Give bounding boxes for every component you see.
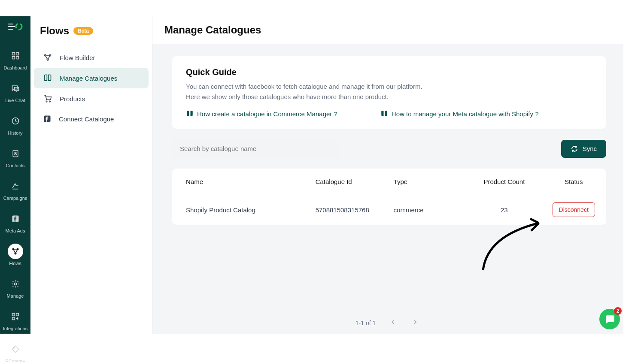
contacts-icon [8, 146, 23, 161]
sidebar-item-connect-catalogue[interactable]: Connect Catalogue [34, 109, 149, 129]
page-title: Manage Catalogues [164, 24, 611, 36]
content-area: Quick Guide You can connect with faceboo… [152, 44, 623, 225]
tag-icon [8, 341, 23, 357]
svg-rect-14 [16, 314, 18, 316]
sidebar-item-label: Connect Catalogue [59, 115, 114, 123]
facebook-icon [43, 115, 51, 123]
disconnect-button[interactable]: Disconnect [553, 202, 595, 217]
nav-integrations[interactable]: Integrations [0, 304, 30, 336]
flows-icon [8, 244, 23, 259]
col-name: Name [172, 169, 316, 195]
svg-point-0 [16, 24, 22, 30]
svg-point-12 [14, 283, 16, 285]
svg-point-10 [17, 248, 18, 250]
sidebar-item-manage-catalogues[interactable]: Manage Catalogues [34, 68, 149, 88]
sync-icon [571, 145, 578, 153]
book-icon [380, 110, 388, 118]
sidebar-item-label: Flow Builder [60, 54, 95, 61]
sidebar-item-flow-builder[interactable]: Flow Builder [34, 47, 149, 68]
toolbar: Sync [172, 139, 606, 158]
sidebar-item-label: Manage Catalogues [60, 75, 117, 82]
campaigns-icon [8, 178, 23, 194]
nav-label: Contacts [6, 163, 24, 168]
svg-rect-4 [16, 57, 18, 59]
svg-rect-2 [16, 53, 18, 55]
sidebar-item-products[interactable]: Products [34, 88, 149, 109]
chat-badge: 2 [614, 307, 622, 315]
sync-button[interactable]: Sync [561, 140, 606, 158]
quick-guide-text1: You can connect with facebook to fetch c… [186, 81, 592, 92]
facebook-icon [8, 211, 23, 226]
nav-flows[interactable]: Flows [0, 238, 30, 271]
nav-history[interactable]: History [0, 108, 30, 141]
svg-rect-13 [12, 314, 15, 316]
nav-dashboard[interactable]: Dashboard [0, 43, 30, 75]
nav-label: Flows [9, 261, 21, 266]
beta-badge: Beta [73, 27, 93, 35]
col-count: Product Count [467, 169, 541, 195]
sync-label: Sync [583, 145, 597, 152]
chevron-right-icon [412, 319, 419, 326]
guide-link-commerce-manager[interactable]: How create a catalogue in Commerce Manag… [186, 110, 337, 118]
chat-bubble-icon [604, 314, 615, 325]
svg-rect-1 [12, 53, 15, 55]
nav-manage[interactable]: Manage [0, 271, 30, 304]
svg-rect-15 [12, 317, 15, 320]
col-status: Status [541, 169, 606, 195]
quick-guide-card: Quick Guide You can connect with faceboo… [172, 56, 606, 129]
cell-count: 23 [467, 195, 541, 225]
nav-contacts[interactable]: Contacts [0, 141, 30, 173]
col-id: Catalogue Id [316, 169, 394, 195]
book-icon [43, 74, 52, 82]
guide-link-label: How to manage your Meta catalogue with S… [392, 110, 539, 118]
flows-sidebar: Flows Beta Flow Builder Manage Catalogue… [30, 16, 152, 334]
nav-meta-ads[interactable]: Meta Ads [0, 206, 30, 238]
book-icon [186, 110, 194, 118]
integrations-icon [8, 309, 23, 324]
flow-builder-icon [43, 53, 52, 62]
sidebar-title: Flows [40, 25, 69, 37]
nav-label: EComm+ [5, 359, 25, 362]
svg-point-18 [49, 54, 51, 56]
cell-type: commerce [394, 195, 468, 225]
svg-point-9 [12, 248, 14, 250]
svg-point-7 [15, 152, 16, 154]
cell-id: 570881508315768 [316, 195, 394, 225]
nav-label: Meta Ads [6, 228, 25, 233]
chevron-left-icon [389, 319, 396, 326]
page-prev[interactable] [388, 317, 398, 329]
catalogue-table: Name Catalogue Id Type Product Count Sta… [172, 169, 606, 225]
nav-label: Live Chat [5, 98, 25, 103]
sidebar-header: Flows Beta [30, 25, 152, 47]
chat-widget[interactable]: 2 [599, 309, 620, 329]
chat-icon [8, 81, 23, 96]
svg-rect-3 [12, 57, 15, 59]
guide-link-label: How create a catalogue in Commerce Manag… [197, 110, 337, 118]
svg-point-21 [49, 101, 51, 102]
nav-ecomm[interactable]: EComm+ [0, 336, 30, 362]
col-type: Type [394, 169, 468, 195]
quick-guide-text2: Here we show only those catalogues who h… [186, 92, 592, 102]
quick-guide-title: Quick Guide [186, 67, 592, 77]
cart-icon [43, 94, 52, 103]
cell-name: Shopify Product Catalog [172, 195, 316, 225]
page-next[interactable] [410, 317, 420, 329]
guide-link-shopify[interactable]: How to manage your Meta catalogue with S… [380, 110, 539, 118]
nav-campaigns[interactable]: Campaigns [0, 173, 30, 206]
search-input[interactable] [172, 139, 339, 158]
nav-label: Campaigns [3, 196, 27, 201]
pagination: 1-1 of 1 [355, 317, 420, 329]
history-icon [8, 113, 23, 129]
main-area: Manage Catalogues Quick Guide You can co… [152, 16, 623, 334]
gear-icon [8, 276, 23, 292]
nav-label: Manage [7, 293, 24, 299]
sidebar-item-label: Products [60, 95, 85, 103]
pagination-text: 1-1 of 1 [355, 320, 376, 326]
nav-live-chat[interactable]: Live Chat [0, 75, 30, 108]
nav-label: History [8, 130, 22, 136]
svg-point-17 [45, 54, 46, 56]
table-row: Shopify Product Catalog 570881508315768 … [172, 195, 606, 225]
nav-label: Integrations [3, 326, 27, 331]
app-logo [8, 22, 23, 31]
svg-point-11 [15, 253, 16, 254]
